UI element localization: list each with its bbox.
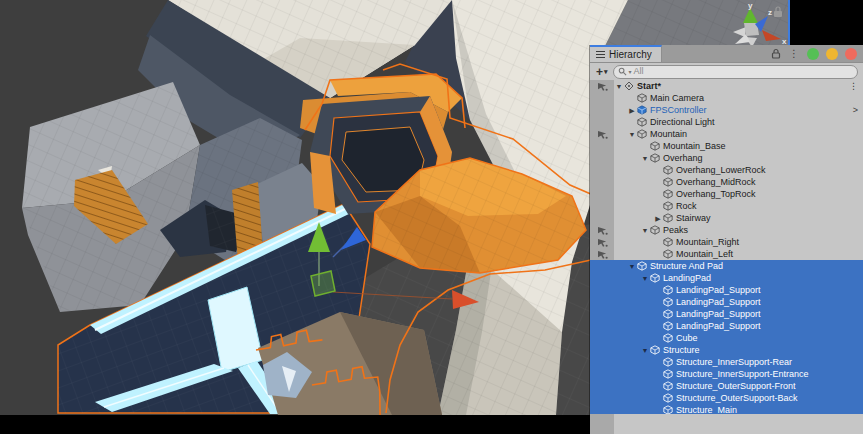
tree-row[interactable]: Structure_Main: [590, 404, 863, 414]
tree-row-label: Overhang_MidRock: [676, 177, 756, 187]
gizmo-plane-handle[interactable]: [311, 271, 335, 296]
tree-row[interactable]: ▶Stairway: [590, 212, 863, 224]
cube-icon: [650, 273, 660, 283]
tree-row-label: LandingPad_Support: [676, 321, 761, 331]
window-dot-red[interactable]: [845, 48, 857, 60]
tree-row[interactable]: Overhang_LowerRock: [590, 164, 863, 176]
tree-row[interactable]: ▼LandingPad: [590, 272, 863, 284]
tree-row-label: Stairway: [676, 213, 711, 223]
tree-row-label: Overhang_TopRock: [676, 189, 756, 199]
pick-toggle-icon[interactable]: [597, 226, 608, 235]
tree-row-label: Mountain: [650, 129, 687, 139]
tree-row[interactable]: Rock: [590, 200, 863, 212]
create-object-button[interactable]: + ▾: [596, 66, 608, 78]
cube-icon: [663, 165, 673, 175]
search-filter-caret-icon: ▾: [629, 68, 632, 75]
pick-toggle-icon[interactable]: [597, 82, 608, 91]
cube-icon: [663, 285, 673, 295]
cube-icon: [663, 213, 673, 223]
tree-row[interactable]: Cube: [590, 332, 863, 344]
cube-icon: [663, 237, 673, 247]
tab-label: Hierarchy: [609, 49, 652, 60]
cube-icon: [663, 405, 673, 414]
expander-icon[interactable]: ▶: [653, 215, 663, 222]
window-dot-yellow[interactable]: [826, 48, 838, 60]
tree-row[interactable]: LandingPad_Support: [590, 284, 863, 296]
cube-icon: [663, 249, 673, 259]
tree-row[interactable]: Mountain_Right: [590, 236, 863, 248]
pick-toggle-icon[interactable]: [597, 238, 608, 247]
row-menu-icon[interactable]: ⋮: [849, 81, 863, 91]
tree-row-label: Start*: [637, 81, 661, 91]
tree-row-label: Structure And Pad: [650, 261, 723, 271]
search-icon: [618, 67, 627, 76]
tab-hierarchy[interactable]: Hierarchy: [590, 45, 662, 62]
cube-icon: [637, 93, 647, 103]
cube-icon: [663, 297, 673, 307]
panel-menu-icon[interactable]: ⋮: [788, 49, 800, 59]
expander-icon[interactable]: ▼: [640, 155, 650, 162]
cube-icon: [637, 261, 647, 271]
hierarchy-bottom-area: [590, 414, 863, 434]
cube-icon: [663, 177, 673, 187]
tree-row-label: LandingPad_Support: [676, 309, 761, 319]
tree-row[interactable]: Directional Light: [590, 116, 863, 128]
tree-row[interactable]: Mountain_Left: [590, 248, 863, 260]
hierarchy-toolbar: + ▾ ▾ All: [590, 63, 863, 80]
tree-row[interactable]: ▼Mountain: [590, 128, 863, 140]
cube-icon: [650, 345, 660, 355]
tree-row[interactable]: ▼Overhang: [590, 152, 863, 164]
tree-row[interactable]: ▶FPSController>: [590, 104, 863, 116]
axis-label-z: z: [768, 8, 772, 17]
search-text: All: [634, 67, 644, 76]
tree-row-label: FPSController: [650, 105, 707, 115]
pick-toggle-icon[interactable]: [597, 130, 608, 139]
tree-row[interactable]: ▼Start*⋮: [590, 80, 863, 92]
tree-row-label: Mountain_Left: [676, 249, 733, 259]
expander-icon[interactable]: ▼: [627, 131, 637, 138]
tree-row[interactable]: Overhang_MidRock: [590, 176, 863, 188]
cube-icon: [663, 189, 673, 199]
pick-toggle-icon[interactable]: [597, 250, 608, 259]
tree-row-label: Overhang: [663, 153, 703, 163]
cube-icon: [663, 369, 673, 379]
expander-icon[interactable]: ▼: [640, 275, 650, 282]
hierarchy-list-icon: [596, 51, 605, 58]
expander-icon[interactable]: ▼: [614, 83, 624, 90]
search-input[interactable]: ▾ All: [613, 65, 858, 79]
tree-row-label: Main Camera: [650, 93, 704, 103]
cube-icon: [663, 381, 673, 391]
tree-row[interactable]: ▼Peaks: [590, 224, 863, 236]
window-dot-green[interactable]: [807, 48, 819, 60]
tree-row[interactable]: LandingPad_Support: [590, 320, 863, 332]
tree-row-label: Structure_InnerSupport-Rear: [676, 357, 792, 367]
hierarchy-panel: Hierarchy ⋮ + ▾ ▾ All ▼Start*: [590, 45, 863, 434]
tree-row[interactable]: Main Camera: [590, 92, 863, 104]
tree-row[interactable]: LandingPad_Support: [590, 308, 863, 320]
tree-row[interactable]: Structure_InnerSupport-Entrance: [590, 368, 863, 380]
cube-icon: [650, 153, 660, 163]
tree-row[interactable]: Mountain_Base: [590, 140, 863, 152]
expander-icon[interactable]: ▶: [627, 107, 637, 114]
tree-row[interactable]: ▼Structure And Pad: [590, 260, 863, 272]
cube-icon: [650, 141, 660, 151]
tree-row-label: Structurre_OuterSupport-Back: [676, 393, 798, 403]
prefab-chevron-icon[interactable]: >: [853, 105, 863, 115]
tree-row[interactable]: LandingPad_Support: [590, 296, 863, 308]
hierarchy-tree: ▼Start*⋮Main Camera▶FPSController>Direct…: [590, 80, 863, 414]
axis-label-y: y: [748, 1, 753, 10]
tree-row[interactable]: Overhang_TopRock: [590, 188, 863, 200]
expander-icon[interactable]: ▼: [640, 347, 650, 354]
tree-row-label: Structure_OuterSupport-Front: [676, 381, 796, 391]
tree-row-label: Peaks: [663, 225, 688, 235]
tree-row[interactable]: Structurre_OuterSupport-Back: [590, 392, 863, 404]
hierarchy-tab-bar: Hierarchy ⋮: [590, 45, 863, 63]
cube-icon: [663, 321, 673, 331]
expander-icon[interactable]: ▼: [640, 227, 650, 234]
expander-icon[interactable]: ▼: [627, 263, 637, 270]
tree-row[interactable]: ▼Structure: [590, 344, 863, 356]
tree-row[interactable]: Structure_InnerSupport-Rear: [590, 356, 863, 368]
tree-row[interactable]: Structure_OuterSupport-Front: [590, 380, 863, 392]
panel-lock-icon[interactable]: [771, 48, 781, 59]
tree-row-label: LandingPad_Support: [676, 297, 761, 307]
